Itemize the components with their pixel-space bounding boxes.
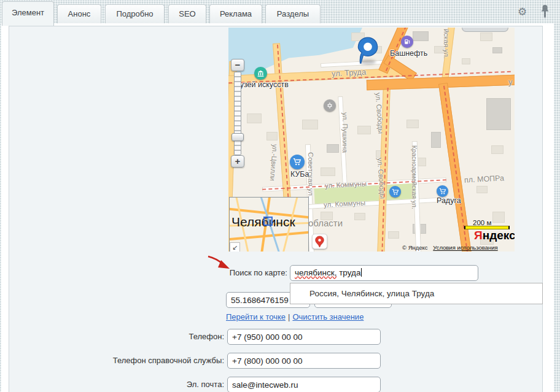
map-building xyxy=(431,132,441,148)
map-building xyxy=(491,145,504,154)
map-building xyxy=(266,132,278,140)
star-of-david-icon[interactable] xyxy=(324,99,336,112)
tab-podrobno[interactable]: Подробно xyxy=(105,4,165,24)
map-building xyxy=(462,58,470,64)
poi-label-museum: музей искусств xyxy=(235,80,289,89)
zoom-slider-track[interactable] xyxy=(234,72,241,155)
support-phone-label: Телефон справочной службы: xyxy=(61,353,224,369)
tab-anons[interactable]: Анонс xyxy=(57,4,101,24)
fuel-icon[interactable] xyxy=(401,36,413,48)
zoom-out-button[interactable]: − xyxy=(231,59,244,71)
text-caret xyxy=(361,268,362,277)
tab-element[interactable]: Элемент xyxy=(2,1,54,26)
phone-input[interactable] xyxy=(227,329,381,345)
gear-icon[interactable]: ⚙ xyxy=(518,6,527,18)
museum-icon[interactable] xyxy=(254,67,267,80)
minimap-expand-icon[interactable]: ↙ xyxy=(230,242,240,252)
street-label: ул. Пушкина xyxy=(341,112,349,153)
map-building xyxy=(321,167,335,176)
map-copyright: © Яндекс xyxy=(402,244,428,251)
email-input[interactable] xyxy=(227,377,381,392)
minimap-viewport-box[interactable] xyxy=(263,217,273,226)
region-label: области xyxy=(308,218,343,228)
street-label: ул. Коммуны xyxy=(324,199,366,209)
street-label: ул.-Цвилли xyxy=(269,144,279,182)
zoom-slider-handle[interactable] xyxy=(231,133,244,141)
tab-seo[interactable]: SEO xyxy=(168,4,206,24)
zoom-in-button[interactable]: + xyxy=(231,155,244,167)
clear-value-link[interactable]: Очистить значение xyxy=(292,312,364,321)
map-building xyxy=(486,98,511,130)
poi-label-bashneft: Башнефть xyxy=(390,49,427,58)
poi-label-kuba: КУБа xyxy=(290,170,309,179)
street-label: йская ул. xyxy=(443,29,450,59)
street-label: у xyxy=(508,77,513,86)
map-building xyxy=(413,31,429,41)
map-building xyxy=(476,186,488,193)
phone-label: Телефон: xyxy=(111,329,224,345)
poi-label-raduga: Радуга xyxy=(437,196,461,205)
support-phone-input[interactable] xyxy=(227,353,381,369)
search-suggestion-dropdown: Россия, Челябинск, улица Труда xyxy=(290,283,543,304)
map-building xyxy=(247,113,262,123)
tab-reklama[interactable]: Реклама xyxy=(209,4,262,24)
annotation-arrow xyxy=(206,254,233,275)
email-label: Эл. почта: xyxy=(111,377,224,392)
shopping-cart-icon[interactable] xyxy=(437,185,448,197)
street-label: ул. Труда xyxy=(332,67,367,79)
blue-placemark-icon[interactable] xyxy=(357,36,379,66)
map-control-handle[interactable] xyxy=(462,28,508,32)
red-placemark-balloon[interactable] xyxy=(312,234,327,249)
map-building xyxy=(406,120,419,128)
map-building xyxy=(302,120,318,129)
shopping-cart-icon[interactable] xyxy=(290,155,305,169)
map-search-input[interactable]: челябинск, труда xyxy=(290,265,478,281)
street-label: Красноармейская ул. xyxy=(411,145,418,209)
shopping-cart-icon[interactable] xyxy=(389,186,401,198)
yandex-map[interactable]: ул. Труда ул. Пушкина Советская ул. ул. … xyxy=(228,28,515,252)
map-building xyxy=(480,33,492,41)
map-building xyxy=(492,212,505,223)
terms-of-use-link[interactable]: Условия использования xyxy=(433,244,497,251)
map-building xyxy=(388,231,399,239)
goto-point-link[interactable]: Перейти к точке xyxy=(226,312,286,321)
suggestion-item[interactable]: Россия, Челябинск, улица Труда xyxy=(309,283,542,304)
tab-razdely[interactable]: Разделы xyxy=(265,4,321,24)
minimap[interactable]: Челябинск ↙ xyxy=(229,197,309,252)
map-building xyxy=(357,126,371,134)
map-building xyxy=(327,144,339,153)
map-building xyxy=(354,213,365,220)
yandex-logo: Яндекс xyxy=(474,229,515,242)
map-links: Перейти к точке|Очистить значение xyxy=(226,312,364,321)
page: Элемент Анонс Подробно SEO Реклама Разде… xyxy=(0,0,560,392)
pushpin-icon[interactable] xyxy=(541,5,549,21)
street-label: пл. МОПРа xyxy=(464,174,505,184)
map-building xyxy=(492,47,502,53)
